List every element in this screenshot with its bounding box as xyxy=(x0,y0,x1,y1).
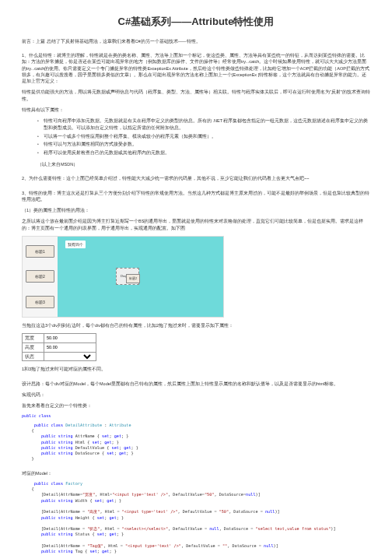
section-4-paragraph: 当拖拉这边3个div列到右边时，每个div都有自己的特有属性，比如2拖了拖过来时… xyxy=(22,322,370,328)
form-label: 状态 xyxy=(23,352,44,361)
section-3b-paragraph: 之所以将这个放在最前面介绍是因为博主打算近期写一个BS的通用导出，里面就是使用的… xyxy=(22,218,370,231)
code-block-attribute-class: public class xyxy=(22,413,370,419)
tile-button-2[interactable]: 标题2 xyxy=(26,270,54,283)
section-1c-paragraph: 特性具有以下属性： xyxy=(22,107,370,113)
section-5-paragraph: 1和3拖了拖过来时可能对应的属性不同。 xyxy=(22,366,370,372)
code-block-2: public class Factory { [Detail(AttrName=… xyxy=(22,481,370,555)
form-label: 高度 xyxy=(23,342,44,352)
code-block-1: public class DetailAttribute : Attribute… xyxy=(22,423,370,462)
section-7-paragraph: 实现代码： xyxy=(22,392,370,398)
property-form-table: 宽度 高度 状态 xyxy=(22,333,96,361)
section-3-paragraph: 3、特性的使用：博主这次还是打算从三个方便分别介绍下特性的常规使用方法。当然这几… xyxy=(22,190,370,203)
msdn-note: （以上来自MSDN） xyxy=(37,161,370,167)
floating-label: 我有四个 xyxy=(65,241,86,248)
section-1-paragraph: 1、什么是特性：就博主的理解，特性就是在类的类名称、属性、方法等上面加一个标记，… xyxy=(22,52,370,84)
diagram-sidebar: 标题1 标题2 标题3 xyxy=(23,237,58,317)
tile-button-1[interactable]: 标题1 xyxy=(26,245,54,258)
drag-drop-diagram: 标题1 标题2 标题3 我有四个 Drop here 标题2 xyxy=(22,236,224,318)
table-row: 状态 xyxy=(23,352,96,361)
section-3a-paragraph: （1）类的属性上面特性的用法： xyxy=(22,207,370,213)
section-8-paragraph: 首先来看看自定义的一个特性类： xyxy=(22,402,370,409)
bullet-item: 特性可向程序中添加元数据。元数据就是有关在程序中定义的类型的信息。所有的 .NE… xyxy=(37,118,370,132)
height-input[interactable] xyxy=(47,345,93,350)
dropped-tile[interactable]: 标题2 xyxy=(126,274,140,283)
section-1b-paragraph: 特性提供功能强大的方法，用以将元数据或声明信息与代码（程序集、类型、方法、属性等… xyxy=(22,89,370,102)
section-6-paragraph: 设计思路：每个div对应的Model，每个Model里面都有自己特有的属性，然后… xyxy=(22,381,370,387)
bullet-item: 特性可以与方法和属性相同的方式接受参数。 xyxy=(37,141,370,148)
page-title: C#基础系列——Attribute特性使用 xyxy=(22,14,370,30)
width-input[interactable] xyxy=(47,335,93,340)
tile-button-3[interactable]: 标题3 xyxy=(26,296,54,308)
status-select[interactable] xyxy=(47,353,93,360)
table-row: 宽度 xyxy=(23,334,96,343)
intro-paragraph: 前言：上篇 总结了下反射得基础用法，这章我们来看看C#的另一个基础技术——特性。 xyxy=(22,38,370,44)
form-label: 宽度 xyxy=(23,334,44,343)
bullet-item: 程序可以使用反射检查自己的元数据或其他程序内的元数据。 xyxy=(37,149,370,156)
bullet-item: 可以将一个或多个特性应用到整个程序集、模块或较小的程序元素（如类和属性）。 xyxy=(37,133,370,140)
section-9-paragraph: 对应的Model： xyxy=(22,470,370,476)
table-row: 高度 xyxy=(23,342,96,352)
section-2-paragraph: 2、为什么需要特性：这个上面已经简单介绍过，特性能大大减少统一需求的代码量，其他… xyxy=(22,175,370,181)
